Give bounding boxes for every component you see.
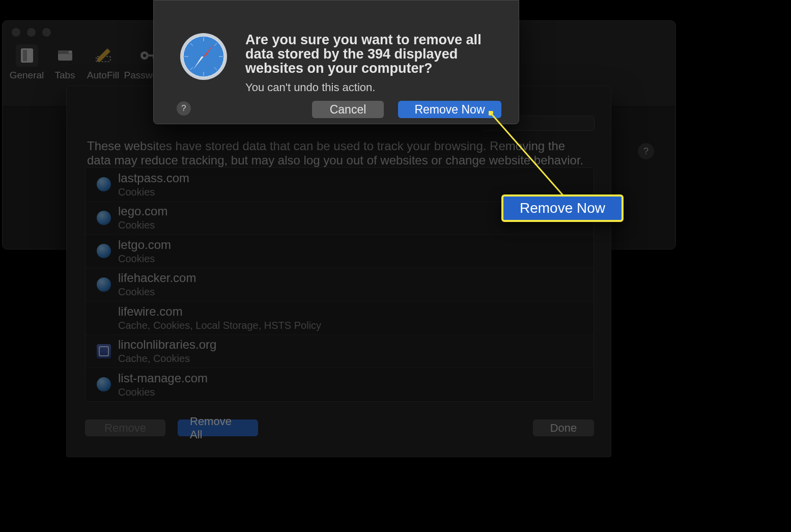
website-domain: lifewire.com <box>118 304 321 319</box>
sheet-description: These websites have stored data that can… <box>87 139 590 167</box>
website-domain: lego.com <box>118 204 167 218</box>
website-data-types: Cache, Cookies <box>118 353 216 365</box>
done-button[interactable]: Done <box>533 419 594 436</box>
website-data-types: Cache, Cookies, Local Storage, HSTS Poli… <box>118 320 321 331</box>
toolbar-label: AutoFill <box>87 70 119 81</box>
website-data-sheet: These websites have stored data that can… <box>66 86 611 457</box>
globe-icon <box>97 377 111 391</box>
close-window-icon[interactable] <box>12 28 20 37</box>
remove-button[interactable]: Remove <box>85 419 165 436</box>
remove-all-button[interactable]: Remove All <box>178 419 258 436</box>
autofill-icon <box>92 44 115 67</box>
favicon-icon <box>97 344 111 358</box>
website-data-types: Cookies <box>118 286 196 298</box>
minimize-window-icon[interactable] <box>27 28 36 37</box>
cancel-button[interactable]: Cancel <box>312 101 384 118</box>
svg-point-7 <box>143 54 146 57</box>
toolbar-label: Tabs <box>54 70 75 81</box>
website-data-types: Cookies <box>118 186 189 198</box>
remove-now-button[interactable]: Remove Now <box>398 101 501 118</box>
website-row[interactable]: lifehacker.comCookies <box>86 268 594 302</box>
website-domain: lincolnlibraries.org <box>118 338 216 352</box>
website-row[interactable]: letgo.comCookies <box>86 235 594 268</box>
globe-icon <box>97 211 111 225</box>
confirm-remove-dialog: Are you sure you want to remove all data… <box>153 0 519 124</box>
general-icon <box>16 44 38 67</box>
tabs-icon <box>54 44 76 67</box>
website-domain: list-manage.com <box>118 371 208 385</box>
sheet-button-bar: Remove Remove All Done <box>85 419 594 436</box>
toolbar-label: General <box>10 70 44 81</box>
globe-icon <box>97 277 111 292</box>
website-domain: lifehacker.com <box>118 271 196 285</box>
svg-rect-4 <box>69 51 72 53</box>
website-row[interactable]: list-manage.comCookies <box>86 368 594 402</box>
website-row[interactable]: lincolnlibraries.orgCache, Cookies <box>86 335 594 369</box>
toolbar-item-general[interactable]: General <box>8 43 46 107</box>
dialog-button-bar: Cancel Remove Now <box>312 101 501 118</box>
window-controls <box>12 28 51 37</box>
dialog-help-button[interactable]: ? <box>177 101 191 116</box>
website-domain: lastpass.com <box>118 171 189 185</box>
dialog-title: Are you sure you want to remove all data… <box>245 33 503 75</box>
globe-icon <box>97 244 111 258</box>
safari-icon <box>178 31 229 82</box>
globe-icon <box>97 177 111 191</box>
website-data-types: Cookies <box>118 253 171 265</box>
website-domain: letgo.com <box>118 238 171 252</box>
website-data-types: Cookies <box>118 386 208 398</box>
website-row[interactable]: lifewire.comCache, Cookies, Local Storag… <box>86 301 594 335</box>
dialog-subtitle: You can't undo this action. <box>245 81 375 94</box>
callout-label: Remove Now <box>501 194 624 222</box>
website-data-types: Cookies <box>118 219 167 231</box>
no-icon <box>97 311 111 325</box>
zoom-window-icon[interactable] <box>42 28 51 37</box>
help-button[interactable]: ? <box>638 143 654 159</box>
svg-rect-1 <box>23 50 27 61</box>
